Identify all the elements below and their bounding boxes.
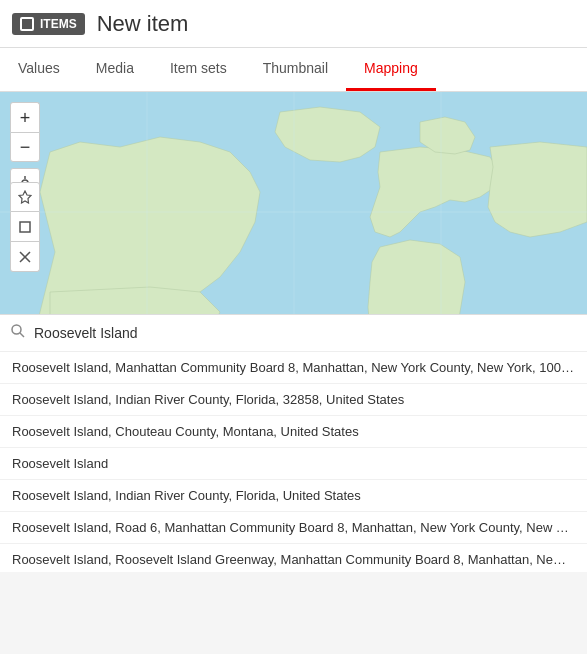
items-icon: [20, 17, 34, 31]
search-result-item[interactable]: Roosevelt Island, Road 6, Manhattan Comm…: [0, 512, 587, 544]
search-result-item[interactable]: Roosevelt Island, Roosevelt Island Green…: [0, 544, 587, 572]
draw-delete-icon: [18, 250, 32, 264]
draw-rect-icon: [18, 220, 32, 234]
tab-thumbnail[interactable]: Thumbnail: [245, 48, 346, 91]
items-badge: ITEMS: [12, 13, 85, 35]
search-result-item[interactable]: Roosevelt Island, Manhattan Community Bo…: [0, 352, 587, 384]
svg-point-15: [12, 325, 21, 334]
page-title: New item: [97, 11, 189, 37]
draw-delete-button[interactable]: [10, 242, 40, 272]
draw-tools: [10, 182, 40, 272]
search-overlay: Roosevelt Island, Manhattan Community Bo…: [0, 314, 587, 572]
svg-line-16: [20, 333, 24, 337]
search-results: Roosevelt Island, Manhattan Community Bo…: [0, 352, 587, 572]
badge-label: ITEMS: [40, 17, 77, 31]
draw-rect-button[interactable]: [10, 212, 40, 242]
zoom-out-button[interactable]: −: [10, 132, 40, 162]
tab-media[interactable]: Media: [78, 48, 152, 91]
tab-mapping[interactable]: Mapping: [346, 48, 436, 91]
tab-item-sets[interactable]: Item sets: [152, 48, 245, 91]
search-icon: [10, 323, 26, 343]
zoom-in-button[interactable]: +: [10, 102, 40, 132]
draw-point-button[interactable]: [10, 182, 40, 212]
header: ITEMS New item: [0, 0, 587, 48]
svg-rect-12: [20, 222, 30, 232]
search-result-item[interactable]: Roosevelt Island, Chouteau County, Monta…: [0, 416, 587, 448]
map-container[interactable]: + −: [0, 92, 587, 572]
search-result-item[interactable]: Roosevelt Island, Indian River County, F…: [0, 480, 587, 512]
tab-values[interactable]: Values: [0, 48, 78, 91]
search-input-row: [0, 315, 587, 352]
search-result-item[interactable]: Roosevelt Island, Indian River County, F…: [0, 384, 587, 416]
search-input[interactable]: [34, 325, 577, 341]
search-result-item[interactable]: Roosevelt Island: [0, 448, 587, 480]
tab-bar: Values Media Item sets Thumbnail Mapping: [0, 48, 587, 92]
draw-point-icon: [18, 190, 32, 204]
